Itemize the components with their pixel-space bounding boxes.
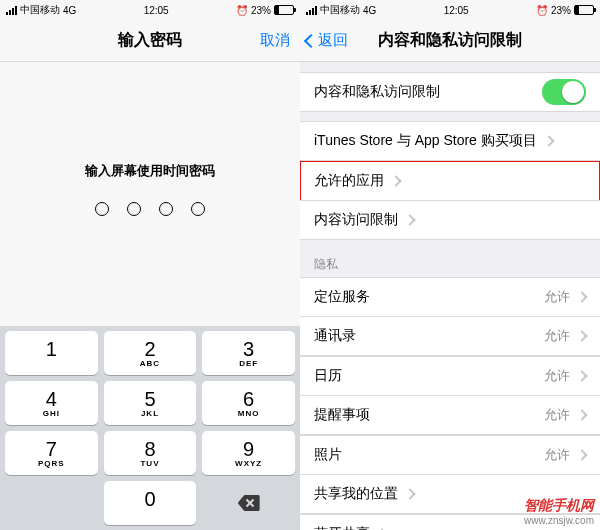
chevron-left-icon xyxy=(304,33,318,47)
status-time: 12:05 xyxy=(444,5,469,16)
key-3[interactable]: 3DEF xyxy=(202,331,295,375)
key-5[interactable]: 5JKL xyxy=(104,381,197,425)
row-label: 内容和隐私访问限制 xyxy=(314,83,440,101)
row-value: 允许 xyxy=(544,446,570,464)
row-allowed-apps[interactable]: 允许的应用 xyxy=(300,161,600,201)
row-label: 共享我的位置 xyxy=(314,485,398,503)
back-label: 返回 xyxy=(318,31,348,50)
nav-title: 内容和隐私访问限制 xyxy=(378,30,522,51)
row-content-restrictions[interactable]: 内容访问限制 xyxy=(300,200,600,240)
status-bar: 中国移动 4G 12:05 ⏰ 23% xyxy=(300,0,600,20)
status-bar: 中国移动 4G 12:05 ⏰ 23% xyxy=(0,0,300,20)
row-share-my-location[interactable]: 共享我的位置 xyxy=(300,474,600,514)
chevron-right-icon xyxy=(576,449,587,460)
row-value: 允许 xyxy=(544,327,570,345)
row-value: 允许 xyxy=(544,288,570,306)
row-label: iTunes Store 与 App Store 购买项目 xyxy=(314,132,537,150)
row-itunes-purchases[interactable]: iTunes Store 与 App Store 购买项目 xyxy=(300,121,600,161)
nav-title: 输入密码 xyxy=(118,30,182,51)
key-8[interactable]: 8TUV xyxy=(104,431,197,475)
passcode-dot xyxy=(95,202,109,216)
numeric-keypad: 1 2ABC 3DEF 4GHI 5JKL 6MNO 7PQRS 8TUV 9W… xyxy=(0,326,300,530)
cancel-button[interactable]: 取消 xyxy=(260,31,290,50)
battery-pct: 23% xyxy=(251,5,271,16)
alarm-icon: ⏰ xyxy=(536,5,548,16)
key-4[interactable]: 4GHI xyxy=(5,381,98,425)
passcode-dot xyxy=(127,202,141,216)
row-label: 内容访问限制 xyxy=(314,211,398,229)
row-label: 提醒事项 xyxy=(314,406,370,424)
status-time: 12:05 xyxy=(144,5,169,16)
key-1[interactable]: 1 xyxy=(5,331,98,375)
signal-icon xyxy=(306,6,317,15)
row-reminders[interactable]: 提醒事项 允许 xyxy=(300,395,600,435)
passcode-prompt: 输入屏幕使用时间密码 xyxy=(85,162,215,180)
chevron-right-icon xyxy=(576,291,587,302)
chevron-right-icon xyxy=(404,488,415,499)
key-2[interactable]: 2ABC xyxy=(104,331,197,375)
row-calendar[interactable]: 日历 允许 xyxy=(300,356,600,396)
battery-icon xyxy=(274,5,294,15)
chevron-right-icon xyxy=(404,214,415,225)
carrier-label: 中国移动 xyxy=(320,3,360,17)
nav-bar: 返回 内容和隐私访问限制 xyxy=(300,20,600,62)
row-photos[interactable]: 照片 允许 xyxy=(300,435,600,475)
chevron-right-icon xyxy=(543,135,554,146)
restrictions-screen: 中国移动 4G 12:05 ⏰ 23% 返回 内容和隐私访问限制 内容和隐私访问… xyxy=(300,0,600,530)
row-label: 定位服务 xyxy=(314,288,370,306)
carrier-label: 中国移动 xyxy=(20,3,60,17)
chevron-right-icon xyxy=(576,370,587,381)
row-label: 蓝牙共享 xyxy=(314,525,370,531)
row-content-privacy-toggle[interactable]: 内容和隐私访问限制 xyxy=(300,72,600,112)
group-header-privacy: 隐私 xyxy=(300,250,600,277)
network-label: 4G xyxy=(63,5,76,16)
battery-icon xyxy=(574,5,594,15)
toggle-switch-on[interactable] xyxy=(542,79,586,105)
key-7[interactable]: 7PQRS xyxy=(5,431,98,475)
row-label: 照片 xyxy=(314,446,342,464)
chevron-right-icon xyxy=(576,409,587,420)
network-label: 4G xyxy=(363,5,376,16)
row-label: 允许的应用 xyxy=(314,172,384,190)
key-blank xyxy=(5,481,98,525)
nav-bar: 输入密码 取消 xyxy=(0,20,300,62)
row-bluetooth-share[interactable]: 蓝牙共享 xyxy=(300,514,600,531)
row-value: 允许 xyxy=(544,406,570,424)
key-0[interactable]: 0 xyxy=(104,481,197,525)
chevron-right-icon xyxy=(390,175,401,186)
back-button[interactable]: 返回 xyxy=(306,31,348,50)
battery-pct: 23% xyxy=(551,5,571,16)
passcode-screen: 中国移动 4G 12:05 ⏰ 23% 输入密码 取消 输入屏幕使用时间密码 1… xyxy=(0,0,300,530)
passcode-dots xyxy=(95,202,205,216)
signal-icon xyxy=(6,6,17,15)
row-label: 通讯录 xyxy=(314,327,356,345)
passcode-dot xyxy=(191,202,205,216)
backspace-icon xyxy=(238,495,260,511)
backspace-key[interactable] xyxy=(202,481,295,525)
row-location-services[interactable]: 定位服务 允许 xyxy=(300,277,600,317)
key-6[interactable]: 6MNO xyxy=(202,381,295,425)
row-contacts[interactable]: 通讯录 允许 xyxy=(300,316,600,356)
chevron-right-icon xyxy=(576,330,587,341)
row-label: 日历 xyxy=(314,367,342,385)
alarm-icon: ⏰ xyxy=(236,5,248,16)
row-value: 允许 xyxy=(544,367,570,385)
key-9[interactable]: 9WXYZ xyxy=(202,431,295,475)
passcode-dot xyxy=(159,202,173,216)
